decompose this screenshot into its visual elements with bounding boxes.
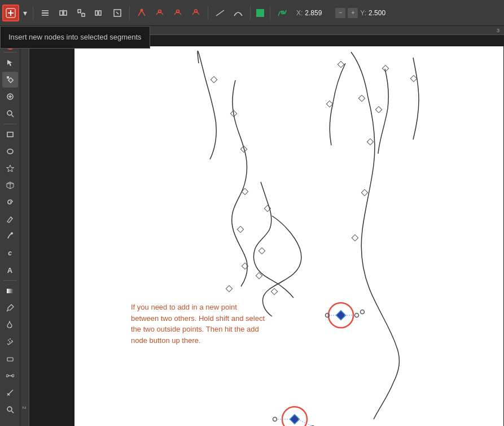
svg-point-41 bbox=[9, 341, 10, 342]
svg-rect-62 bbox=[375, 106, 382, 112]
svg-rect-9 bbox=[78, 10, 81, 12]
chevron-down-icon: ▾ bbox=[23, 8, 27, 18]
toolbar-sep-2 bbox=[129, 6, 130, 20]
svg-rect-65 bbox=[258, 247, 265, 254]
svg-rect-64 bbox=[264, 205, 270, 211]
select-tool-button[interactable] bbox=[2, 55, 18, 71]
star-tool-button[interactable] bbox=[2, 160, 18, 176]
ruler-left-label: 2 bbox=[21, 406, 27, 409]
svg-rect-23 bbox=[8, 78, 12, 82]
svg-line-16 bbox=[116, 12, 119, 14]
measure-tool-button[interactable] bbox=[2, 385, 18, 401]
toolbar-sep-3 bbox=[208, 6, 208, 20]
svg-line-49 bbox=[11, 411, 14, 414]
distribute-nodes-button-3[interactable] bbox=[91, 5, 108, 21]
ruler-left: 2 bbox=[20, 35, 29, 426]
calligraphy-tool-button[interactable]: c bbox=[2, 245, 18, 261]
svg-point-43 bbox=[6, 375, 8, 377]
svg-rect-54 bbox=[237, 226, 243, 232]
svg-point-81 bbox=[273, 418, 277, 421]
node-tool-button[interactable] bbox=[2, 72, 18, 88]
svg-point-48 bbox=[7, 407, 12, 411]
connector-tool-button[interactable] bbox=[2, 368, 18, 384]
annotation-text: If you need to add in a new point betwee… bbox=[131, 302, 266, 346]
svg-rect-67 bbox=[256, 272, 262, 279]
svg-point-76 bbox=[361, 310, 365, 314]
svg-rect-61 bbox=[326, 101, 332, 107]
paint-bucket-tool-button[interactable] bbox=[2, 317, 18, 333]
svg-rect-53 bbox=[242, 188, 248, 194]
tweak-tool-button[interactable] bbox=[2, 89, 18, 105]
spray-tool-button[interactable] bbox=[2, 334, 18, 350]
svg-rect-56 bbox=[226, 285, 232, 292]
add-node-button[interactable] bbox=[2, 5, 19, 21]
coord-display: X: 2.859 − + Y: 2.500 bbox=[296, 8, 397, 18]
svg-line-80 bbox=[298, 419, 312, 426]
spiral-tool-button[interactable] bbox=[2, 194, 18, 210]
svg-point-17 bbox=[141, 8, 143, 11]
3dbox-tool-button[interactable] bbox=[2, 177, 18, 193]
svg-rect-52 bbox=[240, 146, 247, 152]
svg-point-75 bbox=[355, 314, 359, 318]
rect-tool-button[interactable] bbox=[2, 127, 18, 142]
align-nodes-button[interactable] bbox=[37, 5, 54, 21]
svg-line-29 bbox=[11, 115, 14, 118]
svg-rect-71 bbox=[336, 311, 346, 320]
auto-smooth-node-button[interactable] bbox=[187, 5, 204, 21]
svg-point-40 bbox=[11, 340, 12, 341]
svg-rect-63 bbox=[410, 75, 417, 81]
symmetric-node-button[interactable] bbox=[169, 5, 186, 21]
svg-rect-68 bbox=[338, 61, 344, 67]
dropper-tool-button[interactable] bbox=[2, 300, 18, 316]
svg-point-20 bbox=[195, 10, 198, 12]
toolbar-sep-1 bbox=[33, 6, 33, 20]
svg-point-38 bbox=[8, 340, 9, 341]
toolbar-dropdown-arrow[interactable]: ▾ bbox=[20, 5, 29, 21]
make-line-segment-button[interactable] bbox=[212, 5, 229, 21]
svg-line-46 bbox=[7, 390, 13, 395]
coord-x-plus[interactable]: + bbox=[348, 8, 358, 18]
canvas-page: If you need to add in a new point betwee… bbox=[74, 46, 503, 426]
svg-rect-51 bbox=[230, 110, 236, 116]
annotation-content: If you need to add in a new point betwee… bbox=[131, 303, 265, 345]
top-toolbar: ▾ X: 2. bbox=[0, 0, 504, 26]
zoom-tool-button[interactable] bbox=[2, 106, 18, 121]
toolbar-sep-5 bbox=[270, 6, 270, 20]
canvas-area: If you need to add in a new point betwee… bbox=[29, 35, 504, 426]
svg-rect-24 bbox=[7, 76, 9, 79]
svg-rect-42 bbox=[7, 358, 13, 361]
svg-rect-30 bbox=[7, 132, 13, 137]
toolbar-sep-4 bbox=[250, 6, 251, 20]
svg-line-33 bbox=[11, 217, 12, 219]
svg-point-31 bbox=[7, 149, 13, 154]
path-effect-button[interactable] bbox=[274, 5, 291, 21]
ellipse-tool-button[interactable] bbox=[2, 144, 18, 159]
svg-rect-10 bbox=[82, 14, 85, 16]
cusp-node-button[interactable] bbox=[133, 5, 150, 21]
text-tool-button[interactable]: A bbox=[2, 262, 18, 278]
svg-line-21 bbox=[216, 10, 224, 16]
coord-x-value: 2.859 bbox=[305, 9, 333, 17]
eraser-tool-button[interactable] bbox=[2, 351, 18, 367]
svg-rect-60 bbox=[352, 234, 358, 241]
svg-rect-50 bbox=[211, 76, 217, 82]
svg-point-39 bbox=[10, 338, 11, 340]
distribute-nodes-button-2[interactable] bbox=[73, 5, 90, 21]
tooltip-text: Insert new nodes into selected segments bbox=[8, 33, 142, 41]
svg-rect-69 bbox=[382, 65, 388, 71]
smooth-node-button[interactable] bbox=[151, 5, 168, 21]
distribute-nodes-button-1[interactable] bbox=[55, 5, 72, 21]
pen-tool-button[interactable] bbox=[2, 228, 18, 244]
svg-point-70 bbox=[328, 303, 353, 328]
make-curve-segment-button[interactable] bbox=[230, 5, 247, 21]
distribute-nodes-button-4[interactable] bbox=[109, 5, 126, 21]
svg-line-36 bbox=[7, 310, 8, 311]
pencil-tool-button[interactable] bbox=[2, 211, 18, 227]
svg-point-28 bbox=[7, 111, 12, 115]
coord-x-minus[interactable]: − bbox=[335, 8, 345, 18]
svg-rect-12 bbox=[95, 11, 98, 15]
search-tool-button[interactable] bbox=[2, 402, 18, 418]
gradient-tool-button[interactable] bbox=[2, 283, 18, 299]
svg-rect-13 bbox=[99, 11, 101, 15]
svg-rect-55 bbox=[242, 263, 248, 269]
